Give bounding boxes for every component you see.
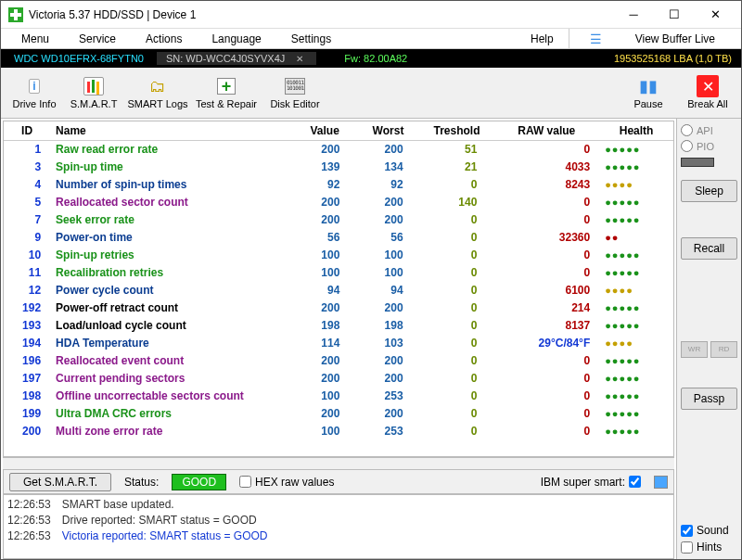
col-id[interactable]: ID <box>4 121 50 141</box>
pio-radio[interactable]: PIO <box>681 140 737 152</box>
col-name[interactable]: Name <box>50 121 293 141</box>
passp-button[interactable]: Passp <box>681 388 737 410</box>
sound-label: Sound <box>697 524 729 537</box>
hex-raw-checkbox[interactable]: HEX raw values <box>239 476 334 489</box>
attr-health: ●●●●● <box>599 423 673 440</box>
maximize-button[interactable]: ☐ <box>656 4 693 26</box>
attr-value: 139 <box>293 159 356 176</box>
attr-raw: 8137 <box>493 317 599 335</box>
attr-threshold: 0 <box>420 176 494 194</box>
firmware-version: Fw: 82.00A82 <box>316 53 435 64</box>
table-row[interactable]: 4Number of spin-up times929208243●●●● <box>4 176 673 194</box>
attr-threshold: 51 <box>420 141 494 159</box>
attr-threshold: 0 <box>420 352 494 370</box>
attr-raw: 0 <box>493 264 599 282</box>
table-row[interactable]: 7Seek error rate20020000●●●●● <box>4 211 673 229</box>
logs-icon: 🗂 <box>147 76 169 96</box>
attr-name: Offline uncorrectable sectors count <box>50 388 293 405</box>
menu-menu[interactable]: Menu <box>6 31 64 47</box>
attr-name: Ultra DMA CRC errors <box>50 405 293 423</box>
attr-name: Reallocated event count <box>50 352 293 370</box>
drive-info-label: Drive Info <box>12 98 56 109</box>
col-health[interactable]: Health <box>599 121 673 141</box>
menu-help[interactable]: Help <box>516 31 569 47</box>
table-row[interactable]: 5Reallocated sector count2002001400●●●●● <box>4 194 673 211</box>
col-worst[interactable]: Worst <box>356 121 419 141</box>
wr-button[interactable]: WR <box>681 341 708 358</box>
attr-worst: 200 <box>356 405 419 423</box>
sound-checkbox[interactable]: Sound <box>681 524 737 537</box>
table-row[interactable]: 198Offline uncorrectable sectors count10… <box>4 388 673 405</box>
menu-settings[interactable]: Settings <box>276 31 346 47</box>
ibm-label: IBM super smart: <box>541 476 625 489</box>
disk-editor-button[interactable]: 010011101001Disk Editor <box>261 70 329 116</box>
log-panel[interactable]: 12:26:53SMART base updated.12:26:53Drive… <box>3 494 674 559</box>
table-row[interactable]: 192Power-off retract count2002000214●●●●… <box>4 299 673 317</box>
menu-actions[interactable]: Actions <box>131 31 197 47</box>
smart-label: S.M.A.R.T <box>70 98 118 109</box>
attr-threshold: 0 <box>420 423 494 440</box>
serial-close-icon[interactable]: ✕ <box>292 54 307 64</box>
attr-value: 200 <box>293 194 356 211</box>
table-row[interactable]: 11Recalibration retries10010000●●●●● <box>4 264 673 282</box>
recall-button[interactable]: Recall <box>681 237 737 260</box>
api-radio[interactable]: API <box>681 124 737 136</box>
table-row[interactable]: 193Load/unload cycle count19819808137●●●… <box>4 317 673 335</box>
menu-language[interactable]: Language <box>197 31 275 47</box>
table-row[interactable]: 199Ultra DMA CRC errors20020000●●●●● <box>4 405 673 423</box>
drive-info-button[interactable]: iDrive Info <box>5 70 64 116</box>
log-msg: Victoria reported: SMART status = GOOD <box>62 528 268 544</box>
smart-logs-button[interactable]: 🗂SMART Logs <box>123 70 192 116</box>
attr-worst: 56 <box>356 229 419 247</box>
get-smart-button[interactable]: Get S.M.A.R.T. <box>9 473 111 491</box>
table-row[interactable]: 196Reallocated event count20020000●●●●● <box>4 352 673 370</box>
table-row[interactable]: 9Power-on time5656032360●● <box>4 229 673 247</box>
attr-threshold: 0 <box>420 317 494 335</box>
close-button[interactable]: ✕ <box>697 4 734 26</box>
smart-button[interactable]: S.M.A.R.T <box>64 70 123 116</box>
buffer-icon: ☰ <box>575 30 617 48</box>
table-row[interactable]: 1Raw read error rate200200510●●●●● <box>4 141 673 159</box>
col-raw[interactable]: RAW value <box>493 121 599 141</box>
attr-threshold: 0 <box>420 405 494 423</box>
attr-value: 200 <box>293 352 356 370</box>
table-row[interactable]: 12Power cycle count949406100●●●● <box>4 282 673 299</box>
attr-name: Power-off retract count <box>50 299 293 317</box>
attr-name: Load/unload cycle count <box>50 317 293 335</box>
attr-name: Spin-up retries <box>50 247 293 264</box>
table-row[interactable]: 197Current pending sectors20020000●●●●● <box>4 370 673 388</box>
pause-button[interactable]: ▮▮Pause <box>619 70 678 116</box>
table-row[interactable]: 200Multi zone error rate10025300●●●●● <box>4 423 673 440</box>
ibm-super-smart-checkbox[interactable]: IBM super smart: <box>541 476 641 489</box>
minimize-button[interactable]: ─ <box>615 4 652 26</box>
attr-worst: 200 <box>356 141 419 159</box>
menu-service[interactable]: Service <box>64 31 131 47</box>
col-value[interactable]: Value <box>293 121 356 141</box>
attr-threshold: 0 <box>420 282 494 299</box>
sleep-button[interactable]: Sleep <box>681 180 737 202</box>
attr-health: ●●●●● <box>599 264 673 282</box>
attr-value: 94 <box>293 282 356 299</box>
break-all-button[interactable]: ✕Break All <box>678 70 737 116</box>
attr-name: Power-on time <box>50 229 293 247</box>
hints-checkbox[interactable]: Hints <box>681 541 737 554</box>
col-treshold[interactable]: Treshold <box>420 121 494 141</box>
attr-raw: 0 <box>493 405 599 423</box>
view-buffer-live-button[interactable]: ☰ View Buffer Live <box>569 29 736 48</box>
test-repair-label: Test & Repair <box>196 98 257 109</box>
test-repair-button[interactable]: +Test & Repair <box>192 70 261 116</box>
table-row[interactable]: 10Spin-up retries10010000●●●●● <box>4 247 673 264</box>
attr-worst: 253 <box>356 423 419 440</box>
table-row[interactable]: 3Spin-up time139134214033●●●●● <box>4 159 673 176</box>
table-row[interactable]: 194HDA Temperature114103029°C/84°F●●●● <box>4 335 673 352</box>
attr-raw: 0 <box>493 247 599 264</box>
attr-threshold: 0 <box>420 299 494 317</box>
attr-value: 200 <box>293 370 356 388</box>
attr-id: 11 <box>4 264 50 282</box>
attr-raw: 6100 <box>493 282 599 299</box>
color-indicator[interactable] <box>654 476 668 489</box>
attr-id: 193 <box>4 317 50 335</box>
attr-worst: 100 <box>356 264 419 282</box>
rd-button[interactable]: RD <box>710 341 737 358</box>
attr-raw: 0 <box>493 194 599 211</box>
